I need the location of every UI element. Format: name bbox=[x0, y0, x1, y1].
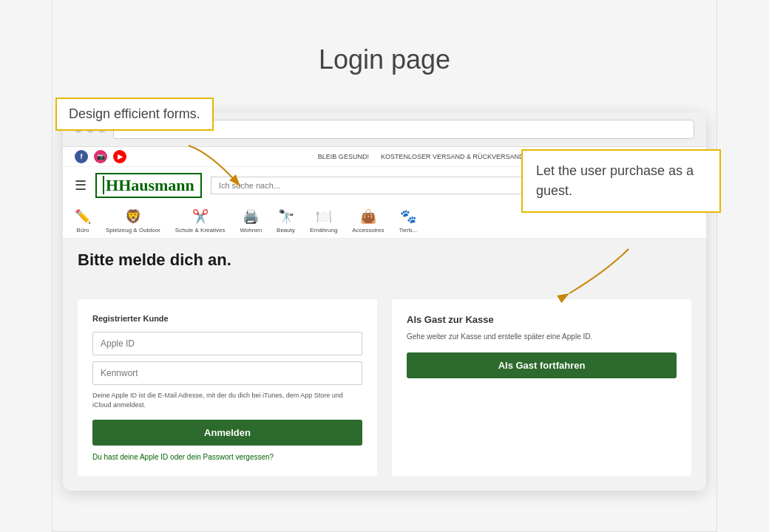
guest-title: Als Gast zur Kasse bbox=[407, 314, 677, 325]
spielzeug-label: Spielzeug & Outdoor bbox=[106, 227, 160, 233]
arrow-left bbox=[181, 138, 285, 197]
callout-left-text: Design efficient forms. bbox=[69, 106, 200, 121]
ernaehrung-label: Ernährung bbox=[310, 227, 337, 233]
facebook-icon[interactable]: f bbox=[75, 150, 88, 163]
callout-right: Let the user purchase as a guest. bbox=[521, 149, 721, 213]
registered-customer-panel: Registrierter Kunde Deine Apple ID ist d… bbox=[78, 299, 377, 476]
guest-description: Gehe weiter zur Kasse und erstelle späte… bbox=[407, 331, 677, 342]
category-beauty[interactable]: 🔭 Beauty bbox=[277, 208, 295, 233]
beauty-icon: 🔭 bbox=[278, 208, 294, 225]
tier-label: Tierb... bbox=[399, 227, 417, 233]
category-buero[interactable]: ✏️ Büro bbox=[75, 208, 91, 233]
category-ernaehrung[interactable]: 🍽️ Ernährung bbox=[310, 208, 337, 233]
login-button[interactable]: Anmelden bbox=[92, 420, 362, 446]
password-input[interactable] bbox=[92, 361, 362, 385]
topbar-link-1[interactable]: BLEIB GESUND! bbox=[318, 153, 369, 160]
schule-icon: ✂️ bbox=[192, 208, 209, 225]
ernaehrung-icon: 🍽️ bbox=[316, 208, 332, 225]
wohnen-label: Wohnen bbox=[240, 227, 262, 233]
spielzeug-icon: 🦁 bbox=[125, 208, 141, 225]
buero-icon: ✏️ bbox=[75, 208, 91, 225]
wohnen-icon: 🖨️ bbox=[243, 208, 259, 225]
page-title: Login page bbox=[319, 44, 450, 75]
registered-title: Registrierter Kunde bbox=[92, 314, 362, 323]
social-icons: f 📷 ▶ bbox=[75, 150, 126, 163]
callout-left: Design efficient forms. bbox=[55, 98, 214, 131]
tier-icon: 🐾 bbox=[400, 208, 416, 225]
category-schule[interactable]: ✂️ Schule & Kreatives bbox=[175, 208, 226, 233]
callout-right-text: Let the user purchase as a guest. bbox=[536, 163, 694, 198]
category-accessoires[interactable]: 👜 Accessoires bbox=[352, 208, 384, 233]
schule-label: Schule & Kreatives bbox=[175, 227, 226, 233]
guest-checkout-button[interactable]: Als Gast fortfahren bbox=[407, 352, 677, 378]
forgot-password-link[interactable]: Du hast deine Apple ID oder dein Passwor… bbox=[92, 453, 362, 461]
beauty-label: Beauty bbox=[277, 227, 295, 233]
accessoires-icon: 👜 bbox=[360, 208, 376, 225]
hamburger-menu[interactable]: ☰ bbox=[75, 177, 87, 194]
apple-id-input[interactable] bbox=[92, 332, 362, 355]
login-hint: Deine Apple ID ist die E-Mail Adresse, m… bbox=[92, 391, 362, 409]
accessoires-label: Accessoires bbox=[352, 227, 384, 233]
category-wohnen[interactable]: 🖨️ Wohnen bbox=[240, 208, 262, 233]
buero-label: Büro bbox=[77, 227, 89, 233]
instagram-icon[interactable]: 📷 bbox=[94, 150, 107, 163]
arrow-right bbox=[547, 242, 636, 301]
content-area: Design efficient forms. Let the user pur… bbox=[63, 98, 706, 491]
logo-text: H bbox=[103, 176, 118, 194]
category-spielzeug[interactable]: 🦁 Spielzeug & Outdoor bbox=[106, 208, 160, 233]
guest-panel: Als Gast zur Kasse Gehe weiter zur Kasse… bbox=[392, 299, 691, 476]
category-tier[interactable]: 🐾 Tierb... bbox=[399, 208, 417, 233]
youtube-icon[interactable]: ▶ bbox=[113, 150, 126, 163]
topbar-link-2[interactable]: KOSTENLOSER VERSAND & RÜCKVERSAND bbox=[381, 153, 524, 160]
login-content: Registrierter Kunde Deine Apple ID ist d… bbox=[63, 284, 706, 491]
